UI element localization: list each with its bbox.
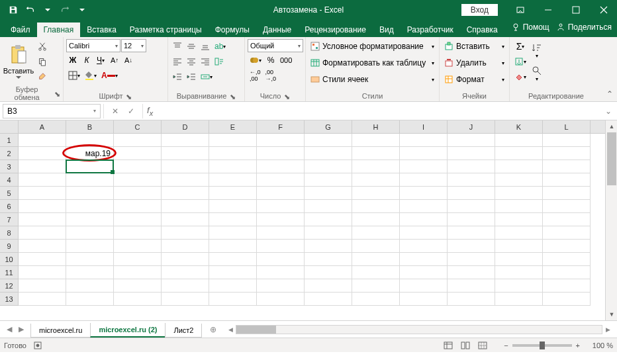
- borders-icon[interactable]: ▾: [66, 68, 82, 83]
- underline-icon[interactable]: Ч▾: [94, 53, 107, 68]
- enter-formula-icon[interactable]: ✓: [125, 107, 137, 116]
- zoom-in-icon[interactable]: +: [576, 341, 580, 349]
- login-button[interactable]: Вход: [461, 4, 498, 16]
- col-header[interactable]: J: [448, 120, 495, 133]
- zoom-level[interactable]: 100 %: [584, 341, 613, 349]
- horizontal-scrollbar[interactable]: ◀ ▶: [225, 324, 613, 335]
- col-header[interactable]: I: [400, 120, 448, 133]
- maximize-icon[interactable]: [563, 0, 589, 20]
- sheet-tab[interactable]: Лист2: [165, 324, 202, 338]
- align-bottom-icon[interactable]: [199, 39, 212, 54]
- comma-format-icon[interactable]: 000: [278, 53, 294, 68]
- decrease-decimal-icon[interactable]: ,00→,0: [263, 68, 279, 83]
- format-as-table-button[interactable]: Форматировать как таблицу▾: [308, 56, 436, 70]
- tab-view[interactable]: Вид: [373, 23, 401, 37]
- tab-help[interactable]: Справка: [460, 23, 504, 37]
- col-header[interactable]: E: [209, 120, 257, 133]
- row-header[interactable]: 9: [0, 240, 19, 253]
- row-header[interactable]: 8: [0, 226, 19, 240]
- font-size-combo[interactable]: 12▾: [121, 39, 146, 52]
- font-name-combo[interactable]: Calibri▾: [66, 39, 120, 52]
- expand-formula-bar-icon[interactable]: ⌄: [605, 107, 617, 116]
- col-header[interactable]: C: [114, 120, 162, 133]
- hscroll-thumb[interactable]: [236, 326, 276, 334]
- sort-filter-button[interactable]: ▾: [530, 39, 544, 62]
- col-header[interactable]: B: [66, 120, 114, 133]
- collapse-ribbon-icon[interactable]: ⌃: [606, 89, 613, 99]
- decrease-font-icon[interactable]: A↓: [122, 53, 135, 68]
- page-break-view-icon[interactable]: [476, 340, 489, 351]
- sheet-tab-active[interactable]: microexcel.ru (2): [90, 323, 166, 338]
- row-header[interactable]: 11: [0, 266, 19, 279]
- align-center-icon[interactable]: [185, 54, 198, 69]
- cells-area[interactable]: мар.19: [19, 134, 591, 306]
- redo-icon[interactable]: [57, 2, 73, 18]
- wrap-text-icon[interactable]: [213, 54, 226, 69]
- tab-developer[interactable]: Разработчик: [401, 23, 460, 37]
- percent-format-icon[interactable]: %: [264, 53, 277, 68]
- col-header[interactable]: F: [257, 120, 305, 133]
- align-left-icon[interactable]: [171, 54, 184, 69]
- row-header[interactable]: 4: [0, 173, 19, 187]
- bold-icon[interactable]: Ж: [66, 53, 79, 68]
- align-right-icon[interactable]: [199, 54, 212, 69]
- align-top-icon[interactable]: [171, 39, 184, 54]
- hscroll-right-icon[interactable]: ▶: [602, 324, 613, 335]
- font-launcher-icon[interactable]: ⬊: [126, 93, 132, 99]
- undo-icon[interactable]: [23, 2, 38, 18]
- tab-data[interactable]: Данные: [256, 23, 298, 37]
- share-button[interactable]: Поделиться: [556, 23, 612, 32]
- fill-icon[interactable]: ▾: [512, 54, 528, 69]
- italic-icon[interactable]: К: [80, 53, 93, 68]
- normal-view-icon[interactable]: [442, 340, 455, 351]
- page-layout-view-icon[interactable]: [459, 340, 472, 351]
- sheet-nav-next-icon[interactable]: ▶: [16, 325, 26, 334]
- conditional-formatting-button[interactable]: Условное форматирование▾: [308, 39, 436, 54]
- col-header[interactable]: L: [543, 120, 591, 133]
- find-select-button[interactable]: ▾: [530, 62, 544, 85]
- vertical-scrollbar[interactable]: ▲ ▼: [605, 120, 617, 320]
- tab-home[interactable]: Главная: [37, 23, 81, 37]
- fill-color-icon[interactable]: ▾: [83, 68, 99, 83]
- minimize-icon[interactable]: [535, 0, 561, 20]
- clipboard-launcher-icon[interactable]: ⬊: [54, 90, 60, 97]
- add-sheet-icon[interactable]: ⊕: [205, 322, 221, 338]
- autosum-icon[interactable]: Σ▾: [512, 39, 528, 54]
- copy-icon[interactable]: [36, 54, 49, 69]
- increase-indent-icon[interactable]: [185, 69, 198, 84]
- align-middle-icon[interactable]: [185, 39, 198, 54]
- decrease-indent-icon[interactable]: [171, 69, 184, 84]
- cancel-formula-icon[interactable]: ✕: [109, 107, 121, 116]
- row-header[interactable]: 6: [0, 200, 19, 213]
- merge-center-icon[interactable]: ▾: [199, 69, 214, 84]
- hscroll-left-icon[interactable]: ◀: [225, 324, 236, 335]
- col-header[interactable]: G: [305, 120, 352, 133]
- undo-dropdown-icon[interactable]: [40, 2, 56, 18]
- ribbon-display-options-icon[interactable]: [507, 0, 534, 20]
- orientation-icon[interactable]: ab▾: [213, 39, 228, 54]
- macro-record-icon[interactable]: [33, 341, 42, 350]
- zoom-slider[interactable]: [512, 344, 572, 347]
- tab-review[interactable]: Рецензирование: [298, 23, 373, 37]
- vscroll-thumb[interactable]: [607, 132, 616, 185]
- close-icon[interactable]: [591, 0, 617, 20]
- col-header[interactable]: A: [19, 120, 66, 133]
- alignment-launcher-icon[interactable]: ⬊: [229, 93, 236, 99]
- font-color-icon[interactable]: A▾: [99, 68, 120, 83]
- increase-font-icon[interactable]: A↑: [108, 53, 121, 68]
- tab-file[interactable]: Файл: [4, 23, 37, 37]
- formula-input[interactable]: [157, 104, 605, 118]
- cell-b2[interactable]: мар.19: [66, 147, 114, 160]
- name-box[interactable]: B3▾: [3, 104, 101, 118]
- col-header[interactable]: D: [162, 120, 209, 133]
- save-icon[interactable]: [5, 2, 21, 18]
- tell-me-button[interactable]: Помощ: [511, 23, 549, 32]
- scroll-up-icon[interactable]: ▲: [606, 120, 617, 132]
- row-header[interactable]: 12: [0, 279, 19, 293]
- format-painter-icon[interactable]: [36, 69, 49, 84]
- accounting-format-icon[interactable]: ▾: [248, 53, 263, 68]
- zoom-out-icon[interactable]: −: [504, 341, 508, 349]
- sheet-nav-prev-icon[interactable]: ◀: [4, 325, 15, 334]
- row-header[interactable]: 7: [0, 213, 19, 226]
- clear-icon[interactable]: ▾: [512, 69, 528, 84]
